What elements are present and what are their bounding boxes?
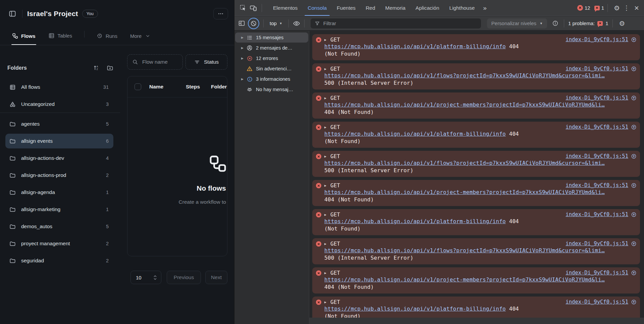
request-url-link[interactable]: https://mcp.hub.allsign.io/api/v1/platfo… — [324, 218, 506, 224]
console-filter-item[interactable]: ▶ Sin advertenci… — [235, 64, 308, 74]
new-folder-button[interactable] — [107, 65, 113, 71]
devtools-menu-button[interactable]: ⋮ — [623, 4, 631, 12]
app-tab[interactable]: Flows — [11, 33, 36, 45]
sort-folders-button[interactable]: AZ — [93, 65, 99, 71]
initiator-icon[interactable] — [631, 95, 637, 101]
source-location-link[interactable]: index-Di_9yCf0.js:51 — [566, 124, 628, 130]
folder-row[interactable]: allsign-actions-prod 2 — [5, 168, 113, 183]
initiator-icon[interactable] — [631, 212, 637, 217]
source-location-link[interactable]: index-Di_9yCf0.js:51 — [566, 211, 628, 217]
expand-message-triangle[interactable]: ▶ — [324, 96, 330, 100]
request-url-link[interactable]: https://mcp.hub.allsign.io/api/v1/projec… — [324, 102, 605, 108]
source-location-link[interactable]: index-Di_9yCf0.js:51 — [566, 182, 628, 188]
project-menu-button[interactable] — [213, 8, 228, 19]
console-error-message[interactable]: ✕ ▶ GET index-Di_9yCf0.js:51 — [312, 34, 640, 60]
folder-row[interactable]: allsign-actions-dev 4 — [5, 151, 113, 166]
expand-message-triangle[interactable]: ▶ — [324, 213, 330, 216]
request-url-link[interactable]: https://mcp.hub.allsign.io/api/v1/flows?… — [324, 72, 605, 79]
console-sidebar-toggle-button[interactable] — [236, 20, 247, 27]
app-tab[interactable]: More — [129, 33, 151, 45]
devtools-tab[interactable]: Aplicación — [411, 0, 444, 16]
console-filter-input[interactable] — [323, 20, 451, 26]
console-error-message[interactable]: ✕ ▶ GET index-Di_9yCf0.js:51 — [312, 267, 640, 294]
folder-row[interactable]: seguridad 2 — [5, 253, 113, 268]
status-filter-button[interactable]: Status — [185, 54, 227, 70]
flow-search-input[interactable] — [142, 59, 176, 65]
folder-row[interactable]: agentes 5 — [5, 117, 113, 131]
initiator-icon[interactable] — [631, 37, 637, 43]
app-tab[interactable]: Tables — [48, 33, 73, 45]
expand-message-triangle[interactable]: ▶ — [324, 300, 330, 304]
devtools-close-button[interactable]: × — [631, 3, 643, 13]
expand-message-triangle[interactable]: ▶ — [324, 154, 330, 158]
console-error-message[interactable]: ✕ ▶ GET index-Di_9yCf0.js:51 — [312, 122, 640, 148]
console-filter-item[interactable]: ▶ 12 errores — [235, 53, 308, 63]
issues-count-badge[interactable]: ✕ 1 — [594, 5, 604, 11]
previous-page-button[interactable]: Previous — [167, 271, 201, 284]
console-info-button[interactable] — [550, 20, 561, 26]
expand-message-triangle[interactable]: ▶ — [324, 271, 330, 275]
page-size-select[interactable]: 10 — [130, 271, 161, 284]
source-location-link[interactable]: index-Di_9yCf0.js:51 — [566, 299, 628, 305]
issues-link[interactable]: 1 problema: ✕ 1 — [567, 20, 610, 26]
devtools-tab[interactable]: Memoria — [380, 0, 411, 16]
initiator-icon[interactable] — [631, 153, 637, 159]
devtools-settings-button[interactable]: ⚙ — [611, 4, 623, 12]
source-location-link[interactable]: index-Di_9yCf0.js:51 — [566, 241, 628, 247]
app-tab[interactable]: Runs — [96, 33, 118, 45]
source-location-link[interactable]: index-Di_9yCf0.js:51 — [566, 270, 628, 276]
initiator-icon[interactable] — [631, 183, 637, 188]
log-levels-select[interactable]: Personalizar niveles ▼ — [487, 18, 547, 28]
source-location-link[interactable]: index-Di_9yCf0.js:51 — [566, 153, 628, 159]
request-url-link[interactable]: https://mcp.hub.allsign.io/api/v1/platfo… — [324, 131, 506, 137]
devtools-tab[interactable]: Red — [361, 0, 380, 16]
sidebar-toggle-button[interactable] — [8, 9, 17, 18]
expand-message-triangle[interactable]: ▶ — [324, 125, 330, 129]
inspect-element-button[interactable] — [238, 4, 248, 11]
console-settings-button[interactable]: ⚙ — [615, 19, 629, 27]
initiator-icon[interactable] — [631, 270, 637, 276]
devtools-tab[interactable]: Fuentes — [332, 0, 361, 16]
folder-row[interactable]: demos_autos 5 — [5, 219, 113, 234]
folder-row[interactable]: allsign-agenda 1 — [5, 185, 113, 200]
folder-row[interactable]: allsign-marketing 1 — [5, 202, 113, 217]
expand-message-triangle[interactable]: ▶ — [324, 67, 330, 71]
folder-row[interactable]: allsign events 6 — [5, 134, 113, 148]
devtools-tab[interactable]: Consola — [303, 0, 332, 16]
clear-console-button[interactable] — [249, 18, 259, 28]
toggle-device-toolbar-button[interactable] — [248, 4, 259, 12]
console-scrollbar-track[interactable] — [309, 318, 644, 324]
initiator-icon[interactable] — [631, 124, 637, 130]
more-tabs-button[interactable]: » — [480, 4, 489, 12]
select-all-checkbox[interactable] — [135, 83, 141, 90]
request-url-link[interactable]: https://mcp.hub.allsign.io/api/v1/projec… — [324, 276, 605, 283]
expand-message-triangle[interactable]: ▶ — [324, 242, 330, 246]
source-location-link[interactable]: index-Di_9yCf0.js:51 — [566, 37, 628, 43]
console-filter-item[interactable]: ▶ 3 informaciones — [235, 74, 308, 84]
folder-row[interactable]: proyect management 2 — [5, 236, 113, 251]
live-expression-button[interactable] — [291, 20, 302, 27]
folder-row[interactable]: All flows 31 — [5, 80, 113, 94]
request-url-link[interactable]: https://mcp.hub.allsign.io/api/v1/platfo… — [324, 43, 506, 50]
request-url-link[interactable]: https://mcp.hub.allsign.io/api/v1/projec… — [324, 189, 605, 195]
source-location-link[interactable]: index-Di_9yCf0.js:51 — [566, 95, 628, 101]
console-error-message[interactable]: ✕ ▶ GET index-Di_9yCf0.js:51 — [312, 63, 640, 89]
devtools-tab[interactable]: Elementos — [268, 0, 303, 16]
source-location-link[interactable]: index-Di_9yCf0.js:51 — [566, 66, 628, 72]
expand-message-triangle[interactable]: ▶ — [324, 184, 330, 187]
initiator-icon[interactable] — [631, 241, 637, 247]
console-error-count-badge[interactable]: ✕ 12 — [577, 5, 590, 11]
console-error-message[interactable]: ✕ ▶ GET index-Di_9yCf0.js:51 — [312, 151, 640, 177]
initiator-icon[interactable] — [631, 299, 637, 305]
console-filter-item[interactable]: ▶ 15 mensajes — [235, 33, 308, 43]
execution-context-select[interactable]: top ▼ — [266, 20, 286, 26]
console-error-message[interactable]: ✕ ▶ GET index-Di_9yCf0.js:51 — [312, 209, 640, 235]
initiator-icon[interactable] — [631, 66, 637, 72]
devtools-tab[interactable]: Lighthouse — [444, 0, 480, 16]
console-error-message[interactable]: ✕ ▶ GET index-Di_9yCf0.js:51 — [312, 238, 640, 264]
folder-row[interactable]: Uncategorized 3 — [5, 97, 113, 112]
console-error-message[interactable]: ✕ ▶ GET index-Di_9yCf0.js:51 — [312, 180, 640, 206]
console-filter-item[interactable]: ▶ 2 mensajes de… — [235, 43, 308, 53]
expand-message-triangle[interactable]: ▶ — [324, 38, 330, 42]
console-error-message[interactable]: ✕ ▶ GET index-Di_9yCf0.js:51 — [312, 92, 640, 119]
